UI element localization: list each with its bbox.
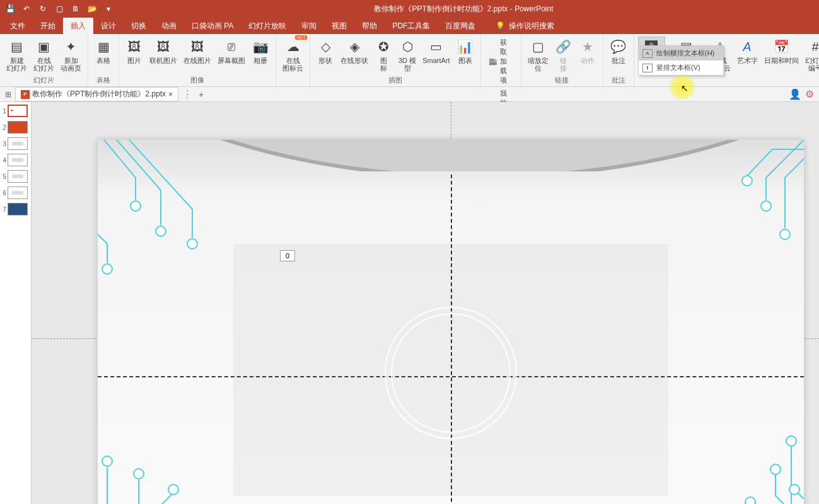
file-icon[interactable]: 🗎 xyxy=(71,4,81,14)
person-icon[interactable]: 👤 xyxy=(789,88,801,100)
slide-panel: 1 2 3 4 5 6 7 xyxy=(0,102,32,504)
redo-icon[interactable]: ↻ xyxy=(38,4,48,14)
slide-thumb-5[interactable]: 5 xyxy=(1,170,30,183)
slideshow-icon[interactable]: ▢ xyxy=(54,4,64,14)
title-bar: 💾 ↶ ↻ ▢ 🗎 📂 ▾ 教你制作《PPT制作倒计时功能》2.pptx - P… xyxy=(0,0,819,18)
save-icon[interactable]: 💾 xyxy=(5,4,15,14)
wordart-icon: A xyxy=(738,38,756,55)
slide-thumb-4[interactable]: 4 xyxy=(1,154,30,166)
tell-me-label: 操作说明搜索 xyxy=(509,21,554,32)
slide-textbox[interactable]: 0 xyxy=(280,250,295,261)
svg-point-2 xyxy=(187,239,197,249)
smartart-icon: ▭ xyxy=(427,38,445,55)
svg-point-5 xyxy=(780,229,790,239)
tab-pocket[interactable]: 口袋动画 PA xyxy=(184,18,241,34)
comment-icon: 💬 xyxy=(610,38,627,55)
slide[interactable]: 0 xyxy=(98,140,804,504)
tab-file[interactable]: 文件 xyxy=(3,18,33,34)
circuit-decoration-tr xyxy=(716,140,804,266)
action-icon: ★ xyxy=(579,38,596,55)
picture-icon: 🖼 xyxy=(125,38,143,55)
tab-slideshow[interactable]: 幻灯片放映 xyxy=(241,18,294,34)
3d-model-button[interactable]: ⬡3D 模 型 xyxy=(396,37,419,73)
svg-point-0 xyxy=(131,201,141,211)
tab-list-icon[interactable]: ⊞ xyxy=(5,90,11,99)
gear-icon[interactable]: ⚙ xyxy=(805,88,814,100)
online-picture-button[interactable]: 🖼联机图片 xyxy=(147,37,180,66)
slide-thumb-2[interactable]: 2 xyxy=(1,121,30,134)
circuit-decoration-br xyxy=(703,398,804,504)
slide-thumb-6[interactable]: 6 xyxy=(1,186,30,199)
new-anim-page-button[interactable]: ✦新加 动画页 xyxy=(58,37,84,73)
picture-button[interactable]: 🖼图片 xyxy=(123,37,146,66)
online-slide-button[interactable]: ▣在线 幻灯片 xyxy=(31,37,57,73)
link-icon: 🔗 xyxy=(555,38,572,55)
group-addins: 🏬获取加载项 🧩我的加载项▾ 加载项 xyxy=(481,34,521,86)
tab-separator: ⋮ xyxy=(182,88,192,100)
screenshot-button[interactable]: ⎚屏幕截图 xyxy=(215,37,248,66)
cursor-icon: ↖ xyxy=(681,83,688,93)
qat-more-icon[interactable]: ▾ xyxy=(103,4,113,14)
group-label-illustrations: 插图 xyxy=(314,74,477,86)
menu-bar: 文件 开始 插入 设计 切换 动画 口袋动画 PA 幻灯片放映 审阅 视图 帮助… xyxy=(0,18,819,34)
quick-access-toolbar: 💾 ↶ ↻ ▢ 🗎 📂 ▾ xyxy=(5,4,113,14)
close-tab-icon[interactable]: × xyxy=(168,90,173,99)
slide-number-button[interactable]: #幻灯片 编号 xyxy=(803,37,819,73)
comment-button[interactable]: 💬批注 xyxy=(607,37,630,66)
new-tab-button[interactable]: + xyxy=(199,89,204,100)
table-button[interactable]: ▦表格 xyxy=(92,37,115,66)
window-title: 教你制作《PPT制作倒计时功能》2.pptx - PowerPoint xyxy=(113,4,814,14)
group-label-text: 文本 xyxy=(638,74,819,86)
online-shapes-icon: ◈ xyxy=(346,38,363,55)
group-comments: 💬批注 批注 xyxy=(603,34,634,86)
tab-transition[interactable]: 切换 xyxy=(124,18,154,34)
new-slide-button[interactable]: ▤新建 幻灯片 xyxy=(4,37,30,73)
shapes-icon: ◇ xyxy=(317,38,334,55)
tab-insert[interactable]: 插入 xyxy=(63,18,93,34)
smartart-button[interactable]: ▭SmartArt xyxy=(420,37,452,66)
tab-baidu[interactable]: 百度网盘 xyxy=(438,18,483,34)
slide-thumb-3[interactable]: 3 xyxy=(1,137,30,150)
svg-point-12 xyxy=(770,464,781,474)
online-image-button[interactable]: 🖼在线图片 xyxy=(181,37,214,66)
tell-me-search[interactable]: 💡 操作说明搜索 xyxy=(496,18,554,34)
draw-horizontal-textbox[interactable]: А 绘制横排文本框(H) xyxy=(639,46,723,60)
tab-animation[interactable]: 动画 xyxy=(154,18,184,34)
online-shapes-button[interactable]: ◈在线形状 xyxy=(338,37,371,66)
new-slide-icon: ▤ xyxy=(8,38,26,55)
action-button: ★动作 xyxy=(576,37,599,66)
document-tab[interactable]: P 教你制作《PPT制作倒计时功能》2.pptx × xyxy=(15,87,178,101)
tab-design[interactable]: 设计 xyxy=(93,18,124,34)
icons-button[interactable]: ✪图 标 xyxy=(372,37,395,73)
group-iconcloud: ☁HOT 在线 图标云 xyxy=(276,34,310,86)
powerpoint-icon: P xyxy=(21,90,30,99)
tab-home[interactable]: 开始 xyxy=(33,18,63,34)
zoom-button[interactable]: ▢缩放定 位 xyxy=(525,37,551,73)
tab-help[interactable]: 帮助 xyxy=(354,18,385,34)
link-button: 🔗链 接 xyxy=(552,37,575,73)
datetime-icon: 📅 xyxy=(772,38,790,55)
datetime-button[interactable]: 📅日期和时间 xyxy=(762,37,801,66)
slide-thumb-7[interactable]: 7 xyxy=(1,203,30,215)
get-addins-button[interactable]: 🏬获取加载项 xyxy=(485,37,517,86)
vert-textbox-icon: ⫿ xyxy=(642,64,653,72)
shapes-button[interactable]: ◇形状 xyxy=(314,37,337,66)
chart-button[interactable]: 📊图表 xyxy=(454,37,477,66)
table-icon: ▦ xyxy=(95,38,112,55)
group-illustrations: ◇形状 ◈在线形状 ✪图 标 ⬡3D 模 型 ▭SmartArt 📊图表 插图 xyxy=(310,34,481,86)
workspace: 1 2 3 4 5 6 7 xyxy=(0,102,819,504)
tab-review[interactable]: 审阅 xyxy=(294,18,324,34)
draw-vertical-textbox[interactable]: ⫿ 竖排文本框(V) xyxy=(639,60,723,75)
group-tables: ▦表格 表格 xyxy=(88,34,119,86)
group-label-links: 链接 xyxy=(525,74,599,86)
open-icon[interactable]: 📂 xyxy=(87,4,97,14)
tab-pdf[interactable]: PDF工具集 xyxy=(385,18,438,34)
undo-icon[interactable]: ↶ xyxy=(21,4,32,14)
slide-canvas[interactable]: 0 xyxy=(32,102,819,504)
slide-thumb-1[interactable]: 1 xyxy=(1,105,30,117)
icon-cloud-button[interactable]: ☁HOT 在线 图标云 xyxy=(280,37,306,73)
wordart-button[interactable]: A艺术字 xyxy=(735,37,760,66)
album-button[interactable]: 📷相册 xyxy=(249,37,272,66)
svg-point-13 xyxy=(745,497,755,504)
tab-view[interactable]: 视图 xyxy=(324,18,354,34)
